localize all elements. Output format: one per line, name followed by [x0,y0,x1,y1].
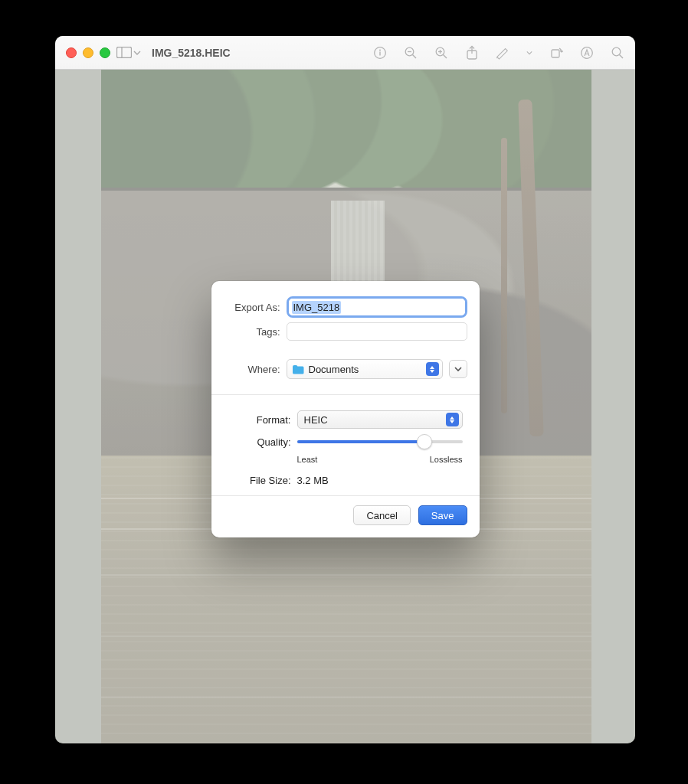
file-size-label: File Size: [224,475,297,486]
sidebar-toggle-button[interactable] [116,47,132,58]
where-label: Where: [224,364,287,375]
quality-label: Quality: [224,436,297,448]
svg-rect-15 [552,50,559,57]
svg-point-3 [379,49,381,51]
inspector-button[interactable] [580,46,594,60]
traffic-lights [66,47,110,58]
where-stepper [426,362,439,376]
svg-rect-4 [379,51,380,55]
slider-thumb-icon [417,434,432,449]
chevron-down-icon [526,50,532,56]
svg-point-17 [612,47,621,56]
close-window-button[interactable] [66,47,77,58]
zoom-out-button[interactable] [404,46,418,60]
toolbar-right [373,46,624,60]
zoom-in-icon [434,46,448,60]
save-button-label: Save [431,510,454,521]
file-size-value: 3.2 MB [297,475,329,486]
folder-icon [292,364,304,374]
tags-label: Tags: [224,326,287,338]
export-as-value: IMG_5218 [292,301,342,314]
window-title: IMG_5218.HEIC [152,47,231,59]
export-as-field[interactable]: IMG_5218 [289,299,465,315]
quality-slider[interactable] [297,433,463,450]
export-as-field-focus-ring: IMG_5218 [287,296,467,318]
quality-max-label: Lossless [430,455,463,464]
svg-line-18 [620,54,624,58]
markup-button[interactable] [496,46,509,60]
save-button[interactable]: Save [418,505,467,525]
a-in-circle-icon [580,46,594,60]
preview-window: IMG_5218.HEIC [55,36,635,743]
search-icon [611,46,624,60]
format-popup[interactable]: HEIC [297,410,463,429]
chevron-down-icon [454,365,463,373]
svg-rect-0 [117,47,132,58]
svg-line-6 [413,54,417,58]
format-label: Format: [224,414,297,426]
format-value: HEIC [304,414,446,426]
sidebar-icon [116,47,132,58]
zoom-in-button[interactable] [434,46,448,60]
sidebar-menu-chevron[interactable] [133,47,141,58]
where-popup[interactable]: Documents [287,359,443,379]
share-icon [466,45,478,60]
quality-min-label: Least [297,455,318,464]
svg-line-9 [444,54,447,58]
info-button[interactable] [373,46,387,60]
format-stepper [446,413,459,426]
rotate-icon [549,46,563,60]
tags-field[interactable] [287,322,467,341]
markup-icon [496,46,509,60]
chevron-down-icon [133,50,141,56]
expand-save-panel-button[interactable] [449,360,467,378]
cancel-button-label: Cancel [366,510,397,521]
minimize-window-button[interactable] [83,47,93,58]
window-titlebar: IMG_5218.HEIC [55,36,635,70]
search-button[interactable] [611,46,624,60]
export-as-label: Export As: [224,302,287,313]
export-sheet: Export As: IMG_5218 Tags: Where: [211,281,480,537]
share-button[interactable] [465,46,479,60]
zoom-window-button[interactable] [100,47,110,58]
markup-menu-chevron[interactable] [526,46,532,60]
zoom-out-icon [404,46,418,60]
rotate-button[interactable] [549,46,563,60]
where-value: Documents [309,364,426,375]
info-icon [373,46,387,60]
cancel-button[interactable]: Cancel [353,505,410,525]
